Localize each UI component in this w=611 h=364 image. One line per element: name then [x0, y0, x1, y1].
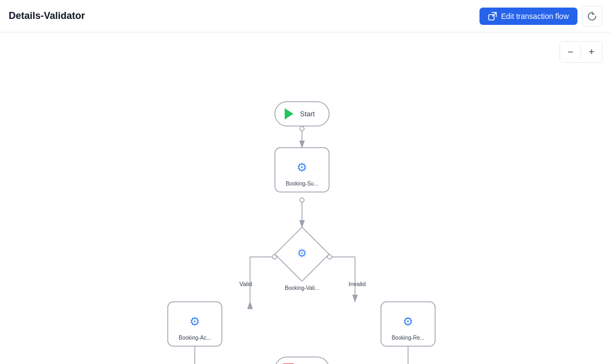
- flow-canvas: − +: [0, 32, 611, 364]
- page-header: Details-Validator Edit transaction flow: [0, 0, 611, 32]
- valid-label: Valid: [239, 281, 252, 287]
- svg-point-3: [300, 127, 304, 131]
- svg-text:Booking-Vali...: Booking-Vali...: [285, 285, 319, 291]
- svg-text:Booking-Su...: Booking-Su...: [286, 181, 318, 187]
- edit-transaction-flow-button[interactable]: Edit transaction flow: [479, 8, 577, 25]
- svg-rect-32: [275, 357, 329, 364]
- edit-button-label: Edit transaction flow: [501, 12, 569, 21]
- svg-text:⚙: ⚙: [297, 161, 307, 174]
- svg-text:⚙: ⚙: [189, 315, 200, 328]
- svg-text:⚙: ⚙: [403, 315, 413, 328]
- flow-diagram: Start ⚙ Booking-Su... ⚙ Booking-Vali... …: [0, 32, 611, 364]
- refresh-button[interactable]: [582, 6, 602, 27]
- svg-text:Booking-Ac...: Booking-Ac...: [179, 335, 211, 341]
- booking-re-node[interactable]: ⚙ Booking-Re...: [381, 302, 435, 346]
- external-link-icon: [488, 12, 497, 21]
- svg-text:⚙: ⚙: [297, 247, 307, 259]
- start-node[interactable]: Start: [275, 102, 329, 126]
- booking-vali-node[interactable]: ⚙ Booking-Vali...: [275, 227, 329, 291]
- page-title: Details-Validator: [9, 10, 85, 22]
- end-node[interactable]: End: [275, 357, 329, 364]
- booking-ac-node[interactable]: ⚙ Booking-Ac...: [168, 302, 222, 346]
- svg-point-5: [300, 198, 304, 202]
- booking-su-node[interactable]: ⚙ Booking-Su...: [275, 148, 329, 192]
- invalid-label: Invalid: [349, 281, 366, 287]
- svg-text:Start: Start: [300, 110, 315, 118]
- svg-text:Booking-Re...: Booking-Re...: [392, 335, 425, 341]
- header-actions: Edit transaction flow: [479, 6, 602, 27]
- refresh-icon: [587, 11, 597, 21]
